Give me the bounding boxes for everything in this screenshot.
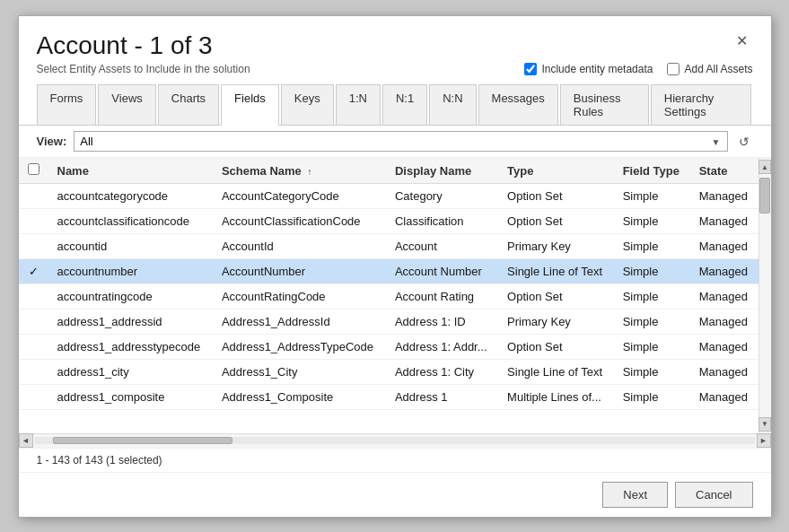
select-all-checkbox[interactable]: [28, 163, 39, 175]
tab-nn[interactable]: N:N: [429, 84, 476, 125]
table-row[interactable]: address1_compositeAddress1_CompositeAddr…: [19, 385, 758, 410]
next-button[interactable]: Next: [602, 482, 668, 508]
table-row[interactable]: accountclassificationcodeAccountClassifi…: [19, 209, 758, 234]
scrollbar-horizontal[interactable]: ◄ ►: [19, 433, 771, 448]
title-area: Account - 1 of 3 Select Entity Assets to…: [37, 32, 250, 76]
refresh-icon[interactable]: ↺: [735, 133, 753, 151]
row-field-type: Simple: [614, 234, 690, 259]
table-header-row: Name Schema Name ↑ Display Name Type Fie…: [19, 158, 758, 184]
tab-charts[interactable]: Charts: [158, 84, 219, 125]
view-select-wrap: All: [74, 131, 727, 152]
table-row[interactable]: accountcategorycodeAccountCategoryCodeCa…: [19, 184, 758, 209]
table-row[interactable]: ✓accountnumberAccountNumberAccount Numbe…: [19, 259, 758, 284]
row-display-name: Account Number: [386, 259, 498, 284]
row-state: Managed: [690, 184, 758, 209]
table-row[interactable]: address1_cityAddress1_CityAddress 1: Cit…: [19, 360, 758, 385]
row-state: Managed: [690, 234, 758, 259]
add-all-assets-checkbox[interactable]: [667, 63, 679, 75]
row-check-cell[interactable]: [19, 209, 48, 234]
status-text: 1 - 143 of 143 (1 selected): [37, 454, 162, 467]
row-display-name: Account: [386, 234, 498, 259]
include-metadata-checkbox[interactable]: [524, 63, 537, 75]
scroll-h-track[interactable]: [35, 437, 755, 444]
fields-table: Name Schema Name ↑ Display Name Type Fie…: [19, 158, 758, 410]
row-checkmark: ✓: [29, 265, 39, 278]
row-field-type: Simple: [614, 335, 690, 360]
row-type: Primary Key: [498, 234, 614, 259]
close-button[interactable]: ✕: [731, 32, 753, 50]
row-check-cell[interactable]: [19, 234, 48, 259]
row-schema-name: Address1_City: [213, 360, 386, 385]
row-name: accountcategorycode: [48, 184, 213, 209]
table-container[interactable]: Name Schema Name ↑ Display Name Type Fie…: [19, 158, 771, 432]
scrollbar-vertical[interactable]: ▲ ▼: [758, 158, 771, 432]
view-label: View:: [37, 135, 67, 148]
row-schema-name: AccountNumber: [213, 259, 386, 284]
row-field-type: Simple: [614, 184, 690, 209]
tab-n1[interactable]: N:1: [382, 84, 427, 125]
tab-business-rules[interactable]: Business Rules: [560, 84, 649, 125]
view-select[interactable]: All: [74, 131, 727, 152]
tab-1n[interactable]: 1:N: [336, 84, 381, 125]
row-field-type: Simple: [614, 209, 690, 234]
row-name: address1_addresstypecode: [48, 335, 213, 360]
sort-icon-schema: ↑: [307, 167, 311, 177]
row-state: Managed: [690, 335, 758, 360]
tab-messages[interactable]: Messages: [478, 84, 558, 125]
row-check-cell[interactable]: [19, 284, 48, 310]
include-metadata-label[interactable]: Include entity metadata: [524, 63, 653, 75]
table-row[interactable]: address1_addresstypecodeAddress1_Address…: [19, 335, 758, 360]
row-check-cell[interactable]: [19, 184, 48, 209]
scroll-left-button[interactable]: ◄: [19, 433, 33, 448]
scroll-down-button[interactable]: ▼: [758, 417, 771, 432]
row-display-name: Address 1: City: [386, 360, 498, 385]
scroll-thumb[interactable]: [759, 178, 770, 214]
tab-fields[interactable]: Fields: [221, 84, 279, 126]
scroll-track[interactable]: [759, 174, 771, 416]
dialog-title: Account - 1 of 3: [37, 32, 250, 60]
col-state[interactable]: State: [690, 158, 758, 184]
col-field-type[interactable]: Field Type: [614, 158, 690, 184]
row-name: accountclassificationcode: [48, 209, 213, 234]
row-type: Primary Key: [498, 310, 614, 335]
scroll-h-thumb[interactable]: [53, 437, 232, 444]
row-check-cell[interactable]: [19, 360, 48, 385]
row-check-cell[interactable]: ✓: [19, 259, 48, 284]
tab-views[interactable]: Views: [98, 84, 155, 125]
row-name: address1_city: [48, 360, 213, 385]
row-field-type: Simple: [614, 259, 690, 284]
row-name: accountid: [48, 234, 213, 259]
main-dialog: Account - 1 of 3 Select Entity Assets to…: [18, 15, 772, 518]
row-display-name: Category: [386, 184, 498, 209]
header-right: Include entity metadata Add All Assets: [524, 63, 752, 75]
table-row[interactable]: accountidAccountIdAccountPrimary KeySimp…: [19, 234, 758, 259]
row-check-cell[interactable]: [19, 335, 48, 360]
row-type: Option Set: [498, 284, 614, 310]
table-row[interactable]: accountratingcodeAccountRatingCodeAccoun…: [19, 284, 758, 310]
tab-keys[interactable]: Keys: [281, 84, 334, 125]
add-all-assets-label[interactable]: Add All Assets: [667, 63, 752, 75]
row-schema-name: AccountId: [213, 234, 386, 259]
row-name: address1_composite: [48, 385, 213, 410]
row-display-name: Address 1: ID: [386, 310, 498, 335]
cancel-button[interactable]: Cancel: [675, 482, 752, 508]
scroll-right-button[interactable]: ►: [757, 433, 771, 448]
tab-hierarchy-settings[interactable]: Hierarchy Settings: [651, 84, 751, 125]
table-row[interactable]: address1_addressidAddress1_AddressIdAddr…: [19, 310, 758, 335]
dialog-header: Account - 1 of 3 Select Entity Assets to…: [19, 16, 771, 85]
col-check[interactable]: [19, 158, 48, 184]
status-bar: 1 - 143 of 143 (1 selected): [19, 448, 771, 472]
row-state: Managed: [690, 385, 758, 410]
col-schema-name[interactable]: Schema Name ↑: [213, 158, 386, 184]
col-type[interactable]: Type: [498, 158, 614, 184]
row-field-type: Simple: [614, 284, 690, 310]
row-check-cell[interactable]: [19, 385, 48, 410]
col-name[interactable]: Name: [48, 158, 213, 184]
scroll-up-button[interactable]: ▲: [758, 160, 771, 174]
tab-forms[interactable]: Forms: [37, 84, 97, 125]
row-type: Option Set: [498, 335, 614, 360]
row-schema-name: Address1_AddressTypeCode: [213, 335, 386, 360]
row-name: accountnumber: [48, 259, 213, 284]
col-display-name[interactable]: Display Name: [386, 158, 498, 184]
row-check-cell[interactable]: [19, 310, 48, 335]
